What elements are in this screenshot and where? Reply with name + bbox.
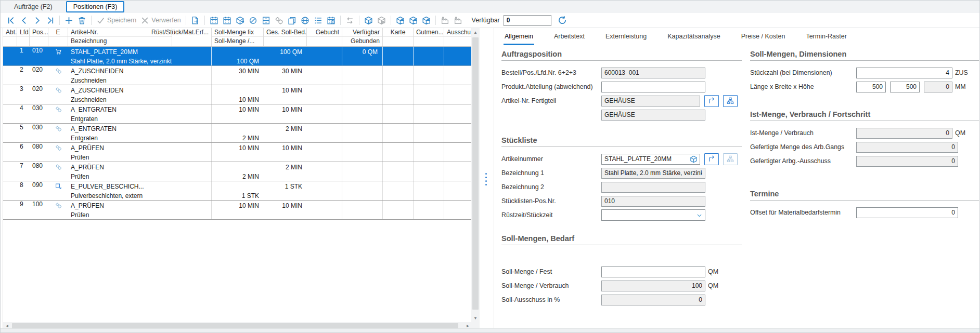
tab-positionen[interactable]: Positionen (F3) <box>66 1 125 12</box>
fertigteil-structure-button[interactable] <box>723 95 738 107</box>
table-row[interactable]: 9100A_PRÜFENPrüfen10 MIN10 MIN <box>3 201 472 220</box>
col-verfuegbar[interactable]: VerfügbarGebunden <box>342 28 383 46</box>
soll-ausschuss-input[interactable] <box>601 295 705 305</box>
col-gutmenge[interactable]: Gutmen... <box>414 28 444 46</box>
produkt-abteilung-input[interactable] <box>601 82 705 92</box>
add-position-button[interactable] <box>63 15 75 26</box>
soll-menge-fest-input[interactable] <box>601 267 705 277</box>
save-button[interactable]: Speichern <box>95 15 138 26</box>
tab-auftraege[interactable]: Aufträge (F2) <box>8 2 59 11</box>
tab-arbeitstext[interactable]: Arbeitstext <box>553 30 586 45</box>
tab-externleistung[interactable]: Externleistung <box>604 30 648 45</box>
goto-artikel-button[interactable] <box>704 153 719 165</box>
table-row[interactable]: 6080A_PRÜFENPrüfen10 MIN10 MIN <box>3 143 472 162</box>
cell-lfd: 3 <box>17 85 30 104</box>
table-row[interactable]: 8090E_PULVER_BESCHICH...Pulverbeschichte… <box>3 181 472 201</box>
col-soll-menge-fix[interactable]: Soll-Menge fixSoll-Menge /... <box>212 28 264 46</box>
col-abt[interactable]: Abt. <box>3 28 17 46</box>
go-first-button[interactable] <box>5 15 17 26</box>
vertical-scrollbar[interactable]: ▲ ▼ <box>471 28 480 322</box>
swap-order-button[interactable] <box>344 15 356 26</box>
fertigteil-input[interactable] <box>601 96 700 106</box>
table-row[interactable]: 7080A_PRÜFENPrüfen2 MIN2 MIN <box>3 162 472 181</box>
article-lock-all-button[interactable] <box>420 15 432 26</box>
offset-materialbedarf-input[interactable] <box>856 207 958 218</box>
article-dispatch-button[interactable] <box>234 15 246 26</box>
calendar-settings-button[interactable] <box>325 15 337 26</box>
cell-type <box>48 104 68 123</box>
scroll-up-icon[interactable]: ▲ <box>471 28 480 36</box>
col-pos[interactable]: Pos.... <box>30 28 48 46</box>
unit-label: ZUS <box>955 69 968 76</box>
factory-out-button[interactable] <box>452 15 464 26</box>
table-row[interactable]: 5030A_ENTGRATENEntgraten2 MIN2 MIN <box>3 124 472 143</box>
goto-fertigteil-button[interactable] <box>704 95 719 107</box>
col-e[interactable]: E <box>48 28 68 46</box>
delete-position-button[interactable] <box>76 15 88 26</box>
operations-button[interactable] <box>273 15 285 26</box>
table-row[interactable]: 2020A_ZUSCHNEIDENZuschneiden30 MIN30 MIN <box>3 66 472 85</box>
go-next-button[interactable] <box>31 15 43 26</box>
ist-menge-input[interactable] <box>856 128 952 139</box>
ist-menge-label: Ist-Menge / Verbrauch <box>750 129 856 137</box>
cell-artikel: A_ZUSCHNEIDENZuschneiden <box>68 85 172 104</box>
panel-splitter-handle[interactable] <box>484 172 488 187</box>
cell-type <box>48 143 68 162</box>
tab-termin-raster[interactable]: Termin-Raster <box>805 30 848 45</box>
go-last-button[interactable] <box>44 15 56 26</box>
artikel-nr: A_PRÜFEN <box>71 201 170 210</box>
bom-list-button[interactable] <box>312 15 324 26</box>
operation-gears-icon <box>55 87 62 94</box>
fertigteil-bezeichnung-input[interactable] <box>601 110 705 121</box>
tab-preise-kosten[interactable]: Preise / Kosten <box>740 30 786 45</box>
schedule-button[interactable] <box>208 15 220 26</box>
bezeichnung1-input[interactable] <box>601 168 705 179</box>
article-add-button[interactable] <box>363 15 375 26</box>
no-capacity-button[interactable] <box>247 15 259 26</box>
artikelnummer-input[interactable] <box>601 154 700 165</box>
table-row[interactable]: 3020A_ZUSCHNEIDENZuschneiden10 MIN10 MIN <box>3 85 472 104</box>
stuecklisten-pos-input[interactable] <box>601 196 705 207</box>
col-ausschuss[interactable]: Ausschu... <box>444 28 471 46</box>
bestell-nr-input[interactable] <box>601 68 705 78</box>
global-article-button[interactable] <box>299 15 311 26</box>
laenge-input[interactable] <box>856 82 886 92</box>
artikel-structure-button[interactable] <box>723 153 738 165</box>
archive-button[interactable] <box>260 15 272 26</box>
schedule-period-button[interactable] <box>221 15 233 26</box>
table-row[interactable]: 1010STAHL_PLATTE_20MMStahl Platte, 2.0 m… <box>3 47 472 66</box>
col-karte[interactable]: Karte <box>383 28 414 46</box>
vertical-scroll-thumb[interactable] <box>472 37 479 310</box>
stueckzahl-input[interactable] <box>856 68 952 78</box>
col-gebucht[interactable]: Gebucht <box>307 28 342 46</box>
soll-menge-verbrauch-input[interactable] <box>601 281 705 291</box>
col-ges-soll-bedarf[interactable]: Ges. Soll-Bed... <box>264 28 307 46</box>
ruestzeit-dropdown[interactable] <box>601 209 705 221</box>
article-lock-button[interactable] <box>394 15 406 26</box>
documents-button[interactable] <box>286 15 298 26</box>
factory-in-button[interactable] <box>439 15 451 26</box>
col-lfd[interactable]: Lfd. <box>17 28 30 46</box>
bezeichnung2-input[interactable] <box>601 182 705 193</box>
gefertigte-menge-input[interactable] <box>856 142 958 153</box>
tab-allgemein[interactable]: Allgemein <box>504 30 534 45</box>
scroll-down-icon[interactable]: ▼ <box>471 314 480 322</box>
produkt-abteilung-label: Produkt.Abteilung (abweichend) <box>501 83 601 90</box>
article-remove-button[interactable] <box>376 15 388 26</box>
col-ruest-stueck[interactable]: Rüst/Stück/Mat.Erf... <box>172 28 212 46</box>
cell-type <box>48 181 68 200</box>
go-previous-button[interactable] <box>18 15 30 26</box>
tab-kapazitaetsanalyse[interactable]: Kapazitätsanalyse <box>666 30 721 45</box>
detail-right-column: Soll-Mengen, Dimensionen Stückzahl (bei … <box>750 50 979 221</box>
refresh-button[interactable] <box>558 16 567 25</box>
available-input[interactable] <box>504 15 551 26</box>
hoehe-input[interactable] <box>924 82 952 92</box>
discard-label: Verwerfen <box>151 17 180 24</box>
table-row[interactable]: 4030A_ENTGRATENEntgraten10 MIN10 MIN <box>3 104 472 124</box>
close-icon <box>140 16 149 25</box>
discard-button[interactable]: Verwerfen <box>139 15 182 26</box>
breite-input[interactable] <box>890 82 920 92</box>
gefertigter-ausschuss-input[interactable] <box>856 156 958 167</box>
transfer-position-button[interactable] <box>189 15 201 26</box>
article-lock-fix-button[interactable] <box>407 15 419 26</box>
